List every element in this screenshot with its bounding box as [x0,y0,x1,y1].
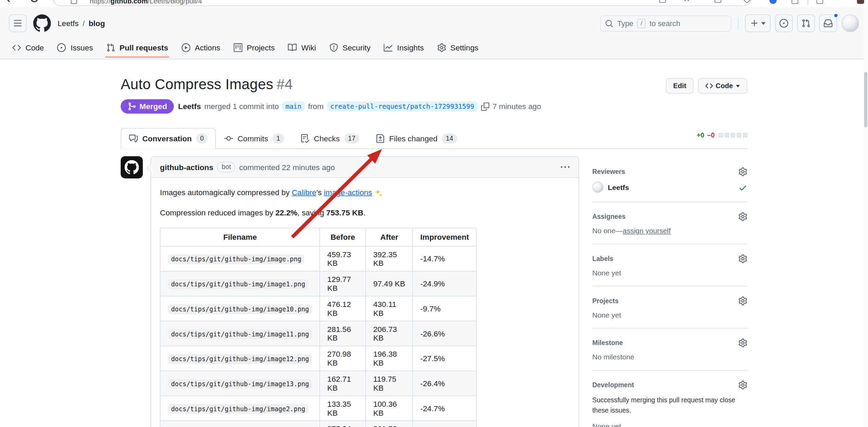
reviewer-row: Leetfs [592,182,747,193]
base-branch-label[interactable]: main [282,102,305,111]
col-header-before: Before [320,228,366,246]
merge-author[interactable]: Leetfs [178,102,201,111]
additions-count: +0 [697,131,704,139]
gear-icon[interactable] [738,212,747,221]
breadcrumb-owner[interactable]: Leetfs [58,19,79,28]
scrollbar-thumb[interactable] [864,72,868,128]
nav-tab-actions[interactable]: Actions [176,40,225,58]
create-new-button[interactable] [745,14,770,32]
conversation-timeline: github-actions bot commented 22 minutes … [121,156,579,427]
hamburger-menu-button[interactable] [9,14,27,32]
nav-tab-settings[interactable]: Settings [431,40,484,58]
toolbar-divider [808,0,808,4]
github-actions-avatar[interactable] [121,156,143,179]
browser-back-icon[interactable] [5,0,13,2]
nav-tab-security[interactable]: Security [324,40,376,58]
issues-button[interactable] [775,14,793,32]
page-scrollbar[interactable] [864,7,868,427]
pull-requests-button[interactable] [797,14,815,32]
github-logo[interactable] [33,14,51,32]
pr-page: Auto Compress Images#4 Edit Code Merged [0,59,868,427]
gear-icon[interactable] [738,167,747,176]
git-pull-request-icon [106,43,115,52]
tab-label: Files changed [389,134,438,143]
merge-summary: Leetfs merged 1 commit into main from cr… [178,102,541,111]
checks-count: 17 [344,133,359,143]
head-branch-label[interactable]: create-pull-request/patch-1729931599 [327,102,478,111]
nav-tab-code[interactable]: Code [7,40,49,58]
octocat-icon [124,160,139,175]
reviewer-name[interactable]: Leetfs [608,183,629,191]
development-title: Development [592,381,634,389]
nav-tab-pull-requests[interactable]: Pull requests [101,40,174,58]
filename-code: docs/tips/git/github-img/image10.png [168,304,312,314]
tab-commits[interactable]: Commits 1 [216,128,292,149]
kebab-menu-icon[interactable] [561,163,570,171]
nav-tab-projects[interactable]: Projects [228,40,280,58]
nav-tab-wiki[interactable]: Wiki [282,40,321,58]
reviewers-title: Reviewers [592,168,625,176]
assign-yourself-link[interactable]: assign yourself [623,227,671,235]
tab-conversation[interactable]: Conversation 0 [121,128,216,149]
pr-tab-bar: Conversation 0 Commits 1 Checks 17 Files… [121,127,747,149]
pr-sidebar: Reviewers Leetfs Assignees No one—assign… [592,156,747,427]
comment-meta[interactable]: commented 22 minutes ago [239,163,335,171]
gear-icon[interactable] [738,381,747,390]
comment-line-2: Compression reduced images by 22.2%, sav… [160,207,570,219]
table-row: docs/tips/git/github-img/image3.png275.2… [160,421,477,427]
comment-author[interactable]: github-actions [160,163,213,171]
nav-tab-insights[interactable]: Insights [378,40,429,58]
extensions-puzzle-icon[interactable] [792,0,798,4]
calibre-link[interactable]: Calibre [292,188,316,197]
assignees-title: Assignees [592,213,625,221]
projects-empty: None yet [592,311,747,319]
breadcrumb-repo[interactable]: blog [89,19,105,28]
gear-icon[interactable] [738,296,747,305]
search-input[interactable]: Type / to search [600,15,731,31]
search-icon [605,19,613,27]
github-pull-request-page: https://github.com/Leetfs/blog/pull/4 A … [0,0,868,427]
edit-button[interactable]: Edit [666,78,694,94]
sidebar-section-assignees: Assignees No one—assign yourself [592,202,747,245]
filename-code: docs/tips/git/github-img/image12.png [168,354,312,364]
tracking-shield-icon[interactable] [714,0,721,3]
issue-opened-icon [779,19,788,28]
tab-checks[interactable]: Checks 17 [292,128,368,149]
reviewer-avatar[interactable] [592,182,603,193]
merge-action-text: merged 1 commit into [204,102,279,111]
gear-icon[interactable] [738,254,747,263]
reader-view-icon[interactable] [659,0,666,3]
pr-status-row: Merged Leetfs merged 1 commit into main … [121,99,747,114]
header-actions: Type / to search [600,14,859,32]
tab-files-changed[interactable]: Files changed 14 [368,128,465,149]
copy-branch-icon[interactable] [481,102,489,110]
checklist-icon [301,134,309,143]
nav-tab-label: Settings [450,43,478,52]
code-icon [12,43,21,52]
commits-count: 1 [272,133,284,143]
chevron-down-icon [736,85,740,87]
gear-icon[interactable] [738,339,747,347]
browser-extension-blue-icon[interactable] [769,0,777,4]
col-header-improvement: Improvement [413,228,477,246]
user-avatar[interactable] [841,14,859,32]
bot-comment: github-actions bot commented 22 minutes … [121,156,579,427]
comment-body: Images automagically compressed by Calib… [151,178,578,427]
browser-reload-icon[interactable] [30,0,38,2]
browser-profile-icon[interactable] [857,0,864,4]
nav-tab-issues[interactable]: Issues [52,40,98,58]
favorite-icon[interactable] [743,0,751,3]
tab-label: Checks [314,134,340,143]
git-merge-icon [127,102,136,111]
repo-nav: Code Issues Pull requests Actions Projec… [0,40,868,59]
translate-icon[interactable]: A [684,0,689,3]
pr-header-actions: Edit Code [666,76,747,94]
diffstat-block [743,133,747,138]
milestone-title: Milestone [592,339,623,347]
image-actions-link[interactable]: image-actions [324,188,372,197]
code-button-label: Code [716,82,733,90]
browser-address-bar[interactable]: https://github.com/Leetfs/blog/pull/4 A [52,0,751,6]
collections-icon[interactable] [817,0,823,4]
file-diff-icon [376,134,385,143]
code-dropdown-button[interactable]: Code [698,78,747,94]
